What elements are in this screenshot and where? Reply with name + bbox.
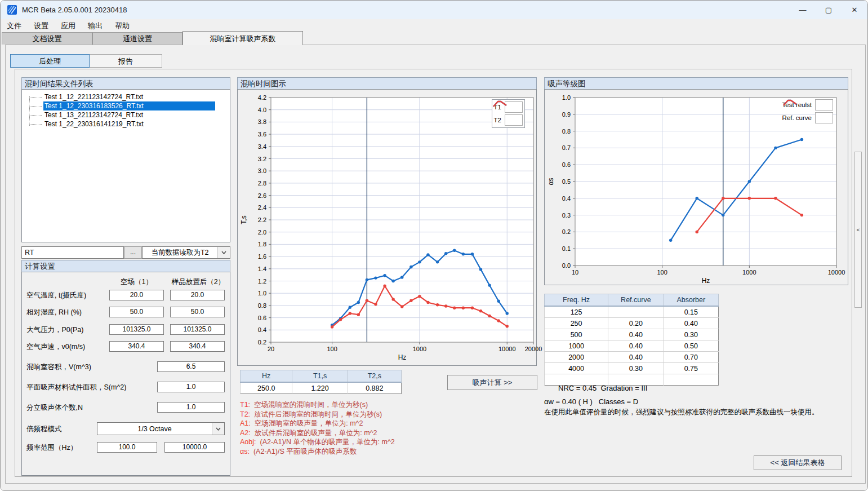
table-cell: 4000 bbox=[545, 363, 608, 374]
svg-text:3.0: 3.0 bbox=[258, 167, 266, 174]
note-text: 放试件后混响室的混响时间，单位为秒(s) bbox=[254, 410, 382, 418]
collapse-splitter[interactable]: < bbox=[854, 152, 862, 308]
series-line-icon bbox=[505, 114, 523, 126]
pressure-field-2[interactable]: 101325.0 bbox=[170, 324, 225, 335]
close-button[interactable]: ✕ bbox=[842, 1, 867, 19]
column-header-empty-room: 空场（1） bbox=[109, 277, 164, 287]
app-window: MCR Beta 2.05.0.001 20230418 — ▢ ✕ 文件设置应… bbox=[0, 0, 868, 491]
tab-strip: 文档设置通道设置混响室计算吸声系数 bbox=[2, 32, 303, 45]
table-row[interactable]: 5000.400.30 bbox=[545, 329, 719, 340]
tab[interactable]: 文档设置 bbox=[2, 32, 92, 45]
table-row[interactable]: 250.01.2200.882 bbox=[241, 382, 402, 394]
note-line: T1:空场混响室的混响时间，单位为秒(s) bbox=[240, 400, 395, 410]
tab[interactable]: 通道设置 bbox=[92, 32, 182, 45]
minimize-button[interactable]: — bbox=[790, 1, 816, 19]
octave-mode-combobox[interactable]: 1/3 Octave bbox=[97, 422, 225, 435]
calc-settings-panel: 空场（1） 样品放置后（2） 空气温度, t(摄氏度) 20.0 20.0 相对… bbox=[21, 272, 230, 476]
advice-text: 在使用此单值评价量的时候，强烈建议与按照标准获得的完整的吸声系数曲线一块使用。 bbox=[544, 408, 819, 417]
note-text: (A2-A1)/N 单个物体的吸声量，单位为: m^2 bbox=[260, 438, 395, 446]
abs-chart-legend: Test reulstRef. curve bbox=[782, 99, 833, 124]
menu-item[interactable]: 输出 bbox=[82, 20, 109, 32]
absorber-count-label: 分立吸声体个数,N bbox=[26, 403, 83, 413]
series-line-icon bbox=[815, 112, 833, 123]
note-label: T1: bbox=[240, 401, 250, 409]
svg-text:1.8: 1.8 bbox=[258, 241, 266, 247]
tab[interactable]: 混响室计算吸声系数 bbox=[182, 31, 303, 45]
table-row[interactable]: 2500.200.40 bbox=[545, 318, 719, 329]
note-label: A2: bbox=[240, 429, 251, 437]
table-cell: 0.40 bbox=[608, 340, 664, 352]
svg-text:0.4: 0.4 bbox=[562, 195, 571, 202]
note-text: 空场混响室的混响时间，单位为秒(s) bbox=[254, 401, 368, 409]
table-row[interactable]: 40000.300.75 bbox=[545, 363, 719, 374]
maximize-button[interactable]: ▢ bbox=[816, 1, 842, 19]
svg-text:0.4: 0.4 bbox=[258, 326, 266, 333]
note-line: A1:空场混响室的吸声量，单位为: m^2 bbox=[240, 419, 395, 428]
room-volume-label: 混响室容积，V(m^3) bbox=[26, 362, 91, 372]
absorber-count-field[interactable]: 1.0 bbox=[157, 402, 225, 413]
svg-text:1000: 1000 bbox=[413, 346, 426, 352]
svg-text:3.6: 3.6 bbox=[258, 131, 266, 138]
table-cell: 250 bbox=[545, 318, 608, 329]
table-cell bbox=[608, 306, 664, 318]
file-name: Test 1_13_221123142724_RT.txt bbox=[43, 110, 215, 120]
menu-bar: 文件设置应用输出帮助 bbox=[1, 19, 867, 32]
table-cell: 0.40 bbox=[608, 352, 664, 363]
file-list-item[interactable]: Test 1_12_230316183526_RT.txt bbox=[22, 101, 230, 110]
menu-item[interactable]: 设置 bbox=[28, 20, 55, 32]
svg-text:0.1: 0.1 bbox=[562, 245, 571, 252]
menu-item[interactable]: 文件 bbox=[1, 20, 28, 32]
chevron-down-icon[interactable] bbox=[212, 423, 224, 435]
sample-area-field[interactable]: 1.0 bbox=[157, 382, 225, 392]
aw-summary: αw = 0.40 ( H ) Classes = D bbox=[544, 397, 638, 406]
note-label: αs: bbox=[240, 448, 250, 455]
table-cell: 0.30 bbox=[608, 363, 664, 374]
note-line: A2:放试件后混响室的吸声量，单位为: m^2 bbox=[240, 428, 395, 438]
svg-text:10: 10 bbox=[572, 269, 578, 276]
rt-name-input[interactable]: RT bbox=[21, 246, 124, 259]
note-line: T2:放试件后混响室的混响时间，单位为秒(s) bbox=[240, 410, 395, 419]
file-list[interactable]: Test 1_12_221123142724_RT.txtTest 1_12_2… bbox=[21, 89, 230, 242]
temperature-field-2[interactable]: 20.0 bbox=[170, 290, 225, 300]
app-logo-icon bbox=[7, 5, 17, 15]
svg-text:1.0: 1.0 bbox=[258, 290, 266, 297]
svg-text:100: 100 bbox=[327, 346, 337, 352]
file-list-item[interactable]: Test 1_12_221123142724_RT.txt bbox=[22, 92, 230, 101]
humidity-field-2[interactable]: 50.0 bbox=[170, 307, 225, 317]
table-cell: 0.882 bbox=[348, 382, 401, 394]
table-cell: 0.20 bbox=[608, 318, 664, 329]
freq-min-field[interactable]: 100.0 bbox=[97, 442, 157, 453]
svg-text:0.9: 0.9 bbox=[562, 111, 571, 118]
svg-text:0.2: 0.2 bbox=[562, 228, 571, 235]
file-list-item[interactable]: Test 1_22_230316141219_RT.txt bbox=[22, 120, 230, 129]
note-text: 空场混响室的吸声量，单位为: m^2 bbox=[255, 419, 363, 427]
subtab[interactable]: 报告 bbox=[89, 54, 162, 68]
table-cell: 0.50 bbox=[664, 340, 718, 352]
browse-button[interactable]: ... bbox=[124, 246, 142, 259]
temperature-field-1[interactable]: 20.0 bbox=[109, 290, 164, 300]
note-text: 放试件后混响室的吸声量，单位为: m^2 bbox=[255, 429, 377, 437]
sound-speed-field-2[interactable]: 340.4 bbox=[170, 341, 225, 352]
file-list-item[interactable]: Test 1_13_221123142724_RT.txt bbox=[22, 110, 230, 120]
legend-series-name: Ref. curve bbox=[782, 114, 812, 121]
room-volume-field[interactable]: 6.5 bbox=[157, 361, 225, 372]
svg-text:20: 20 bbox=[268, 346, 274, 352]
sound-speed-field-1[interactable]: 340.4 bbox=[109, 341, 164, 352]
table-row[interactable]: 10000.400.50 bbox=[545, 340, 719, 352]
table-row[interactable]: 20000.400.70 bbox=[545, 352, 719, 363]
svg-text:10000: 10000 bbox=[828, 269, 845, 276]
freq-max-field[interactable]: 10000.0 bbox=[164, 442, 225, 453]
pressure-field-1[interactable]: 101325.0 bbox=[109, 324, 164, 335]
humidity-field-1[interactable]: 50.0 bbox=[109, 307, 164, 317]
absorb-calc-button[interactable]: 吸声计算 >> bbox=[447, 375, 537, 390]
column-header: Freq. Hz bbox=[545, 294, 608, 307]
table-row[interactable]: 1250.15 bbox=[545, 306, 719, 318]
rt-chart-panel-header: 混响时间图示 bbox=[237, 77, 537, 90]
menu-item[interactable]: 帮助 bbox=[109, 20, 136, 32]
back-to-results-button[interactable]: << 返回结果表格 bbox=[754, 455, 842, 470]
subtab[interactable]: 后处理 bbox=[10, 54, 90, 68]
menu-item[interactable]: 应用 bbox=[55, 20, 82, 32]
data-read-mode-combobox[interactable]: 当前数据读取为T2 bbox=[142, 246, 230, 259]
humidity-label: 相对湿度, RH (%) bbox=[26, 308, 82, 317]
chevron-down-icon[interactable] bbox=[217, 247, 230, 258]
